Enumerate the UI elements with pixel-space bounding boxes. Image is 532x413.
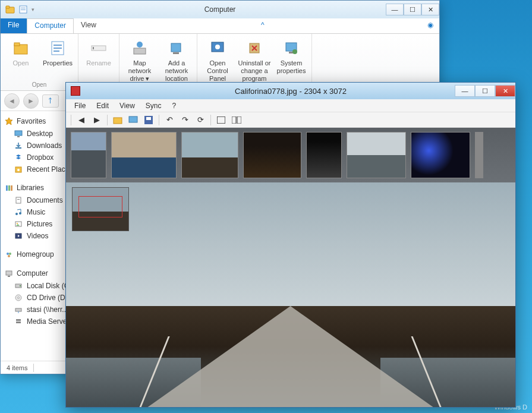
ribbon-collapse-icon[interactable]: ^	[255, 18, 270, 33]
thumbnail-building[interactable]	[71, 132, 106, 178]
thumbnail-city-night[interactable]	[243, 132, 301, 178]
library-icon	[4, 183, 14, 193]
thumbnail-tower-night[interactable]	[306, 132, 342, 178]
forward-button[interactable]: ►	[23, 93, 39, 109]
tab-file[interactable]: File	[1, 18, 27, 33]
svg-rect-12	[93, 47, 94, 49]
close-button[interactable]: ✕	[421, 4, 439, 15]
main-image-view[interactable]	[66, 182, 515, 407]
system-props-icon	[282, 39, 301, 58]
dropdown-icon[interactable]: ▾	[32, 7, 34, 12]
thumbnail-boardwalk[interactable]	[181, 132, 238, 178]
computer-icon	[4, 269, 14, 278]
svg-rect-50	[114, 118, 122, 124]
save-icon[interactable]	[142, 114, 155, 126]
svg-rect-53	[146, 117, 151, 120]
svg-point-38	[7, 253, 9, 255]
folder-icon	[5, 5, 15, 14]
properties-icon[interactable]	[18, 5, 28, 14]
back-button[interactable]: ◄	[4, 93, 20, 109]
disk-icon	[14, 281, 23, 291]
svg-rect-9	[53, 48, 62, 49]
thumbnail-golden-gate[interactable]	[111, 132, 177, 178]
desktop-icon[interactable]	[127, 114, 140, 126]
svg-rect-25	[15, 147, 21, 149]
svg-rect-16	[173, 52, 179, 54]
menu-edit[interactable]: Edit	[92, 100, 114, 111]
ribbon-label: Map network drive ▾	[123, 59, 156, 83]
up-button[interactable]: 🡑	[42, 94, 59, 108]
navigator-viewport-rect[interactable]	[78, 196, 122, 217]
thumbnail-coast-tree[interactable]	[347, 132, 406, 178]
ribbon-control-panel-icon[interactable]: Open Control Panel	[201, 36, 234, 83]
explorer-titlebar[interactable]: ▾ Computer — ☐ ✕	[1, 1, 439, 18]
ribbon-uninstall-icon[interactable]: Uninstall or change a program	[238, 36, 271, 83]
svg-rect-8	[53, 45, 62, 46]
viewer-title: Califorina0778.jpg - 2304 x 3072	[235, 87, 347, 96]
svg-rect-48	[16, 319, 21, 321]
image-viewer-window: Califorina0778.jpg - 2304 x 3072 — ☐ ✕ F…	[65, 82, 516, 408]
cd-icon	[14, 293, 23, 302]
uninstall-icon	[245, 39, 264, 58]
ribbon-label: Properties	[43, 59, 73, 67]
compare-icon[interactable]	[230, 114, 243, 126]
next-image-button[interactable]: ▶	[90, 114, 103, 126]
menu-file[interactable]: File	[70, 100, 90, 111]
document-icon	[14, 196, 23, 205]
viewer-close-button[interactable]: ✕	[495, 85, 515, 97]
svg-rect-15	[171, 43, 181, 52]
maximize-button[interactable]: ☐	[404, 4, 421, 15]
ribbon-properties-icon[interactable]: Properties	[41, 36, 74, 81]
viewer-titlebar[interactable]: Califorina0778.jpg - 2304 x 3072 — ☐ ✕	[66, 83, 515, 99]
homegroup-icon	[4, 250, 14, 259]
navigator-overlay[interactable]	[72, 187, 129, 231]
open-folder-icon[interactable]	[111, 114, 124, 126]
undo-icon[interactable]: ↶	[163, 114, 176, 126]
thumbnail-strip[interactable]	[66, 128, 515, 182]
svg-point-36	[17, 223, 18, 224]
svg-rect-13	[134, 48, 146, 54]
menu-help[interactable]: ?	[168, 100, 181, 111]
svg-rect-51	[129, 116, 137, 122]
ribbon-system-props-icon[interactable]: System properties	[275, 36, 308, 83]
tab-view[interactable]: View	[74, 18, 104, 33]
svg-rect-4	[21, 10, 26, 10]
displayed-photo	[66, 182, 515, 407]
help-icon[interactable]: ◉	[421, 18, 439, 33]
viewer-minimize-button[interactable]: —	[455, 85, 475, 97]
add-location-icon	[167, 39, 186, 58]
thumbnail-ferris-night[interactable]	[411, 132, 470, 178]
svg-point-33	[15, 213, 18, 215]
recent-icon	[14, 165, 23, 174]
download-icon	[14, 141, 23, 150]
svg-rect-30	[11, 185, 12, 191]
ribbon-group-label: Open	[4, 81, 74, 89]
svg-rect-24	[17, 136, 20, 137]
viewer-maximize-button[interactable]: ☐	[475, 85, 495, 97]
fullscreen-icon[interactable]	[215, 114, 228, 126]
picture-icon	[14, 219, 23, 229]
thumbnail-partial[interactable]	[475, 132, 483, 178]
ribbon-map-drive-icon[interactable]: Map network drive ▾	[123, 36, 156, 83]
svg-rect-56	[237, 116, 241, 124]
item-count: 4 items	[7, 364, 27, 371]
star-icon	[4, 116, 14, 126]
redo-icon[interactable]: ↷	[178, 114, 191, 126]
svg-rect-29	[8, 185, 10, 191]
app-icon	[71, 86, 80, 96]
menu-view[interactable]: View	[115, 100, 140, 111]
rename-icon	[89, 39, 108, 58]
ribbon-add-location-icon[interactable]: Add a network location	[160, 36, 193, 83]
minimize-button[interactable]: —	[386, 4, 404, 15]
menu-sync[interactable]: Sync	[141, 100, 166, 111]
svg-point-40	[8, 255, 10, 257]
dropbox-icon	[14, 153, 23, 162]
ribbon-label: Open Control Panel	[201, 59, 234, 83]
svg-rect-31	[16, 197, 21, 203]
rotate-icon[interactable]: ⟳	[194, 114, 207, 126]
video-icon	[14, 231, 23, 241]
svg-rect-41	[6, 271, 12, 275]
tab-computer[interactable]: Computer	[27, 18, 74, 33]
viewer-menubar: FileEditViewSync?	[66, 99, 515, 112]
prev-image-button[interactable]: ◀	[75, 114, 88, 126]
